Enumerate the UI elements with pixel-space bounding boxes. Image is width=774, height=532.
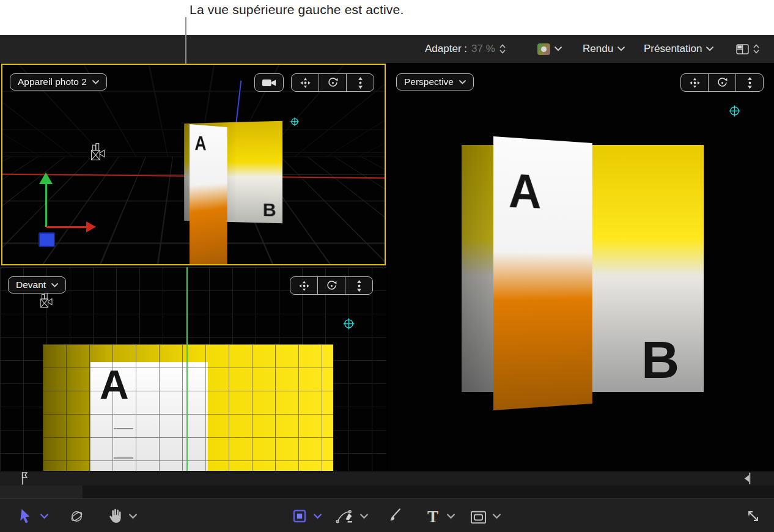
layout-control[interactable]: [736, 35, 759, 63]
rectangle-tool-icon[interactable]: [293, 509, 306, 523]
x-axis-arrow-icon[interactable]: [86, 221, 96, 232]
stepper-icon[interactable]: [499, 44, 506, 54]
mini-timeline[interactable]: [0, 471, 774, 486]
view-controls-perspective: [680, 73, 764, 92]
anchor-crosshair-icon[interactable]: [728, 105, 741, 117]
hand-tool-menu-chevron-icon[interactable]: [129, 514, 137, 519]
camera-overlay-button[interactable]: [254, 73, 284, 92]
dolly-icon: [356, 76, 365, 89]
tool-bar: T: [0, 498, 774, 532]
y-axis-handle: [45, 184, 47, 227]
pan-view-button[interactable]: [290, 277, 317, 294]
view-selector-label: Perspective: [404, 76, 454, 87]
view-controls-camera2: [291, 73, 374, 92]
viewport-camera2-active[interactable]: B A Appareil photo 2: [1, 64, 386, 265]
select-tool-menu-chevron-icon[interactable]: [40, 514, 48, 519]
view-controls-front: [290, 276, 373, 295]
orbit-view-button[interactable]: [319, 74, 346, 91]
plane-a[interactable]: A: [190, 124, 227, 265]
view-selector-front[interactable]: Devant: [8, 276, 66, 294]
chevron-down-icon: [617, 46, 625, 51]
chevron-down-icon: [92, 80, 99, 84]
callout-pointer-line: [185, 17, 186, 64]
chevron-down-icon: [51, 283, 58, 287]
rectangle-tool-menu-chevron-icon[interactable]: [314, 514, 322, 519]
text-tool-icon[interactable]: T: [426, 508, 440, 526]
edge-segment: [114, 428, 133, 429]
orbit-icon: [717, 77, 728, 89]
view-selector-camera2[interactable]: Appareil photo 2: [10, 73, 107, 91]
stepper-icon: [753, 44, 759, 54]
bezier-tool-menu-chevron-icon[interactable]: [360, 514, 368, 519]
pan-view-button[interactable]: [681, 74, 708, 91]
presentation-menu[interactable]: Présentation: [644, 35, 713, 63]
mask-tool-menu-chevron-icon[interactable]: [493, 514, 501, 519]
y-axis-arrow-icon[interactable]: [39, 172, 53, 184]
view-selector-label: Appareil photo 2: [18, 76, 87, 87]
dolly-view-button[interactable]: [735, 74, 763, 91]
color-swatch-icon: [537, 43, 550, 55]
anchor-crosshair-icon[interactable]: [342, 317, 355, 330]
zoom-value: 37 %: [471, 43, 495, 55]
video-camera-icon: [262, 78, 276, 87]
callout-bar: La vue supérieure gauche est active.: [0, 0, 774, 35]
channels-control[interactable]: [537, 35, 562, 63]
x-axis-handle: [46, 226, 87, 228]
orbit-3d-tool-icon[interactable]: [70, 509, 84, 523]
y-axis-line: [186, 267, 188, 471]
hand-tool-icon[interactable]: [107, 508, 122, 524]
edge-segment: [114, 457, 133, 459]
zoom-label: Adapter :: [425, 43, 467, 55]
bezier-tool-icon[interactable]: [336, 508, 355, 525]
plane-b-label: B: [263, 201, 276, 220]
plane-a[interactable]: A: [493, 136, 592, 410]
origin-cube-icon[interactable]: [39, 232, 55, 247]
viewport-front[interactable]: A Devant: [0, 267, 386, 471]
orbit-icon: [327, 77, 339, 89]
callout-text: La vue supérieure gauche est active.: [190, 2, 404, 17]
wireframe-camera-icon[interactable]: [37, 292, 54, 312]
view-selector-perspective[interactable]: Perspective: [396, 73, 474, 91]
brush-tool-icon[interactable]: [386, 508, 402, 524]
render-label: Rendu: [583, 43, 613, 55]
canvas-toolbar: Adapter : 37 % Rendu Présentation: [0, 35, 774, 63]
dolly-icon: [355, 279, 364, 292]
chevron-down-icon: [555, 46, 562, 51]
orbit-icon: [326, 280, 337, 292]
window-layout-icon: [736, 44, 749, 54]
expand-timeline-icon[interactable]: [746, 509, 761, 523]
wireframe-camera-icon[interactable]: [87, 142, 106, 165]
orbit-view-button[interactable]: [317, 277, 345, 294]
pan-icon: [298, 279, 311, 292]
mask-tool-icon[interactable]: [470, 511, 487, 524]
plane-a-label: A: [509, 166, 542, 216]
text-tool-glyph: T: [427, 508, 438, 526]
dolly-view-button[interactable]: [346, 74, 374, 91]
pan-icon: [299, 76, 312, 89]
timeline-scroll-thumb[interactable]: [0, 486, 83, 498]
dolly-view-button[interactable]: [345, 277, 372, 294]
pan-view-button[interactable]: [292, 74, 319, 91]
viewport-area: B A Appareil photo 2 B: [0, 63, 774, 471]
render-menu[interactable]: Rendu: [583, 35, 625, 63]
anchor-crosshair-icon[interactable]: [290, 117, 300, 127]
chevron-down-icon: [706, 46, 713, 51]
dolly-icon: [745, 76, 754, 89]
plane-a-label: A: [194, 133, 206, 153]
pan-icon: [688, 76, 701, 89]
viewport-perspective[interactable]: B A Perspective: [388, 63, 774, 471]
presentation-label: Présentation: [644, 43, 702, 55]
play-range-start-marker[interactable]: [20, 471, 29, 486]
timeline-scroll-track[interactable]: [0, 486, 774, 498]
select-tool-icon[interactable]: [20, 508, 32, 524]
motion-canvas-window: La vue supérieure gauche est active. Ada…: [0, 0, 774, 532]
zoom-level-control[interactable]: Adapter : 37 %: [425, 35, 506, 63]
plane-b-label: B: [641, 333, 679, 386]
grid-overlay: [43, 344, 333, 471]
play-range-end-marker[interactable]: [742, 472, 752, 485]
chevron-down-icon: [459, 80, 466, 84]
view-selector-label: Devant: [16, 279, 46, 290]
text-tool-menu-chevron-icon[interactable]: [447, 514, 455, 519]
orbit-view-button[interactable]: [708, 74, 735, 91]
